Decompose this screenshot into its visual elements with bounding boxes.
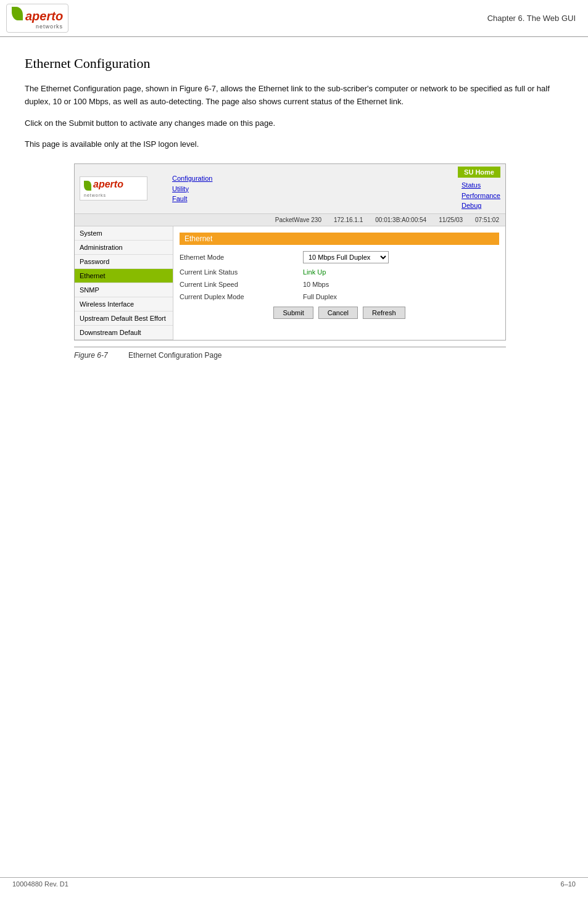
footer-left: 10004880 Rev. D1 (12, 880, 68, 888)
figure-number: Figure 6-7 (74, 351, 108, 360)
intro-paragraph: The Ethernet Configuration page, shown i… (25, 83, 563, 109)
page-footer: 10004880 Rev. D1 6–10 (0, 877, 588, 888)
device-ip: 172.16.1.1 (334, 217, 363, 223)
sidebar-item-system[interactable]: System (75, 226, 173, 241)
ss-logo-area: aperto networks (80, 167, 166, 211)
su-home-button[interactable]: SU Home (458, 167, 500, 178)
ss-logo-sub: networks (84, 193, 106, 197)
ss-sidebar: System Administration Password Ethernet … (75, 226, 173, 340)
submit-button[interactable]: Submit (273, 307, 313, 319)
nav-utility[interactable]: Utility (172, 184, 212, 194)
page-header: aperto networks Chapter 6. The Web GUI (0, 0, 588, 37)
logo-box: aperto networks (6, 4, 68, 33)
device-mac: 00:01:3B:A0:00:54 (375, 217, 426, 223)
ss-infobar: PacketWave 230 172.16.1.1 00:01:3B:A0:00… (75, 214, 505, 226)
device-time: 07:51:02 (475, 217, 499, 223)
page-content: Ethernet Configuration The Ethernet Conf… (0, 37, 588, 384)
figure-divider (74, 347, 506, 347)
ss-logo-brand: aperto (93, 179, 123, 189)
link-status-row: Current Link Status Link Up (180, 268, 499, 276)
figure-caption: Figure 6-7 Ethernet Configuration Page (74, 351, 563, 360)
logo-area: aperto networks (6, 4, 68, 33)
brand-name: aperto (25, 9, 63, 23)
duplex-mode-value: Full Duplex (303, 293, 337, 300)
duplex-mode-label: Current Duplex Mode (180, 293, 303, 300)
submit-note: Click on the Submit button to activate a… (25, 117, 563, 130)
device-date: 11/25/03 (439, 217, 463, 223)
section-title: Ethernet Configuration (25, 56, 563, 72)
action-buttons: Submit Cancel Refresh (180, 307, 499, 319)
leaf-icon (12, 7, 23, 20)
content-section-title: Ethernet (180, 233, 499, 245)
sidebar-item-wireless-interface[interactable]: Wireless Interface (75, 297, 173, 312)
ss-main-area: System Administration Password Ethernet … (75, 226, 505, 340)
device-name: PacketWave 230 (275, 217, 321, 223)
nav-configuration[interactable]: Configuration (172, 173, 212, 184)
sidebar-item-downstream-default[interactable]: Downstream Default (75, 326, 173, 340)
sidebar-item-ethernet[interactable]: Ethernet (75, 269, 173, 283)
link-speed-row: Current Link Speed 10 Mbps (180, 281, 499, 288)
chapter-title: Chapter 6. The Web GUI (487, 14, 576, 23)
ss-status-links: Status Performance Debug (462, 180, 500, 211)
link-speed-value: 10 Mbps (303, 281, 329, 288)
ss-content-area: Ethernet Ethernet Mode 10 Mbps Full Dupl… (173, 226, 505, 340)
sidebar-item-upstream-default[interactable]: Upstream Default Best Effort (75, 312, 173, 326)
ss-logo-inner: aperto networks (80, 176, 147, 200)
sidebar-item-password[interactable]: Password (75, 255, 173, 269)
isp-note: This page is available only at the ISP l… (25, 138, 563, 151)
figure-title: Ethernet Configuration Page (128, 351, 222, 360)
footer-right: 6–10 (561, 880, 576, 888)
link-status-label: Current Link Status (180, 268, 303, 276)
ethernet-mode-row: Ethernet Mode 10 Mbps Full Duplex 10 Mbp… (180, 251, 499, 263)
nav-performance[interactable]: Performance (462, 191, 500, 201)
ethernet-mode-select[interactable]: 10 Mbps Full Duplex 10 Mbps Half Duplex … (303, 251, 389, 263)
nav-fault[interactable]: Fault (172, 194, 212, 204)
ss-topbar: aperto networks Configuration Utility Fa… (75, 164, 505, 214)
nav-status[interactable]: Status (462, 180, 481, 191)
sidebar-item-administration[interactable]: Administration (75, 241, 173, 255)
ss-nav-links: Configuration Utility Fault (172, 167, 212, 211)
cancel-button[interactable]: Cancel (318, 307, 358, 319)
sidebar-item-snmp[interactable]: SNMP (75, 283, 173, 297)
ethernet-mode-select-wrapper: 10 Mbps Full Duplex 10 Mbps Half Duplex … (303, 251, 389, 263)
ethernet-mode-label: Ethernet Mode (180, 254, 303, 261)
nav-debug[interactable]: Debug (462, 200, 481, 211)
link-speed-label: Current Link Speed (180, 281, 303, 288)
duplex-mode-row: Current Duplex Mode Full Duplex (180, 293, 499, 300)
ss-leaf-icon (84, 181, 91, 191)
screenshot-frame: aperto networks Configuration Utility Fa… (74, 163, 506, 341)
refresh-button[interactable]: Refresh (363, 307, 405, 319)
brand-sub: networks (12, 23, 63, 30)
ss-nav-right: SU Home Status Performance Debug (458, 167, 500, 211)
link-status-value: Link Up (303, 268, 326, 276)
